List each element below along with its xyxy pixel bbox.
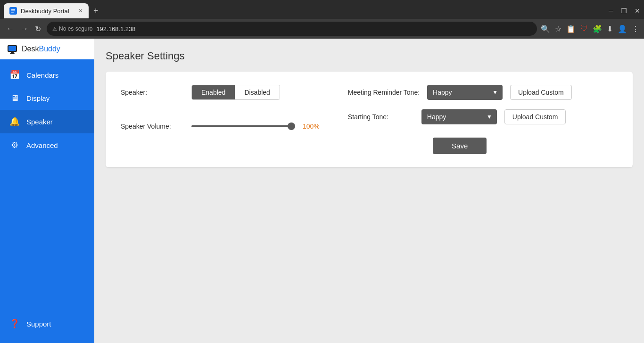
download-icon[interactable]: ⬇: [607, 24, 613, 33]
speaker-toggle-group: Enabled Disabled: [191, 85, 280, 100]
title-bar: Deskbuddy Portal ✕ + ─ ❐ ✕: [0, 0, 644, 19]
starting-tone-row: Starting Tone: Happy Alert Chime Bell Cu…: [348, 109, 572, 124]
logo-icon: [8, 44, 19, 54]
bookmark-icon[interactable]: ☆: [555, 24, 561, 33]
svg-rect-1: [11, 9, 15, 10]
window-controls: ─ ❐ ✕: [609, 7, 640, 15]
meeting-upload-btn[interactable]: Upload Custom: [510, 85, 572, 100]
right-column: Meeting Reminder Tone: Happy Alert Chime…: [348, 85, 572, 154]
nav-items: 📅 Calendars 🖥 Display 🔔 Speaker ⚙ Advanc…: [0, 59, 94, 343]
speaker-row: Speaker: Enabled Disabled: [121, 85, 320, 100]
meeting-tone-select-wrapper: Happy Alert Chime Bell Custom ▼: [427, 85, 503, 100]
left-column: Speaker: Enabled Disabled Speaker Volume…: [121, 85, 320, 154]
save-row: Save: [348, 138, 572, 154]
meeting-reminder-row: Meeting Reminder Tone: Happy Alert Chime…: [348, 85, 572, 100]
address-box[interactable]: ⚠ No es seguro 192.168.1.238: [47, 22, 537, 36]
starting-tone-select-wrapper: Happy Alert Chime Bell Custom ▼: [421, 109, 497, 124]
browser-chrome: Deskbuddy Portal ✕ + ─ ❐ ✕ ← → ↻ ⚠ No es…: [0, 0, 644, 39]
url-text: 192.168.1.238: [96, 25, 135, 33]
menu-icon[interactable]: ⋮: [632, 24, 639, 33]
sidebar-label-advanced: Advanced: [26, 141, 58, 149]
speaker-field-label: Speaker:: [121, 89, 182, 96]
sidebar-item-support[interactable]: ❓ Support: [0, 312, 94, 335]
sidebar-label-speaker: Speaker: [26, 118, 53, 126]
svg-rect-5: [8, 46, 16, 51]
calendar-icon: 📅: [9, 70, 20, 80]
card-inner: Speaker: Enabled Disabled Speaker Volume…: [121, 85, 618, 154]
disabled-btn[interactable]: Disabled: [235, 85, 279, 99]
profile-icon[interactable]: 👤: [618, 24, 627, 33]
toolbar-right: 🔍 ☆ 📋 🛡 🧩 ⬇ 👤 ⋮: [541, 24, 639, 33]
support-icon: ❓: [9, 318, 20, 329]
app-container: DeskBuddy 📅 Calendars 🖥 Display 🔔 Speake…: [0, 39, 644, 343]
meeting-tone-select[interactable]: Happy Alert Chime Bell Custom: [427, 85, 503, 100]
minimize-btn[interactable]: ─: [609, 7, 613, 15]
sidebar-item-display[interactable]: 🖥 Display: [0, 87, 94, 110]
tab-favicon: [9, 7, 17, 15]
zoom-icon[interactable]: 🔍: [541, 24, 550, 33]
logo-buddy: Buddy: [39, 45, 60, 53]
ext2-icon: 🛡: [580, 24, 588, 33]
logo-area: DeskBuddy: [0, 39, 94, 59]
sidebar-item-speaker[interactable]: 🔔 Speaker: [0, 110, 94, 133]
logo-desk: Desk: [22, 45, 39, 53]
svg-rect-2: [11, 11, 15, 12]
nav-bottom: ❓ Support: [0, 312, 94, 343]
starting-tone-label: Starting Tone:: [348, 113, 414, 121]
gear-icon: ⚙: [9, 140, 20, 150]
address-bar-row: ← → ↻ ⚠ No es seguro 192.168.1.238 🔍 ☆ 📋…: [0, 19, 644, 39]
svg-rect-7: [10, 53, 15, 54]
sidebar-label-display: Display: [26, 94, 50, 102]
nav-buttons: ← → ↻: [5, 24, 43, 34]
warning-icon: ⚠: [52, 26, 57, 32]
tab-close-btn[interactable]: ✕: [78, 8, 83, 14]
sidebar-item-calendars[interactable]: 📅 Calendars: [0, 63, 94, 87]
maximize-btn[interactable]: ❐: [621, 7, 627, 15]
speaker-icon: 🔔: [9, 116, 20, 127]
ext1-icon: 📋: [566, 24, 576, 33]
tab-title: Deskbuddy Portal: [21, 8, 69, 15]
starting-tone-select[interactable]: Happy Alert Chime Bell Custom: [421, 109, 497, 124]
ext3-icon: 🧩: [593, 24, 602, 33]
new-tab-btn[interactable]: +: [91, 6, 101, 16]
forward-btn[interactable]: →: [19, 24, 30, 34]
security-badge: ⚠ No es seguro: [52, 25, 92, 32]
volume-controls: 100%: [191, 122, 320, 130]
active-tab[interactable]: Deskbuddy Portal ✕: [4, 3, 89, 18]
save-btn[interactable]: Save: [433, 138, 487, 154]
nav-spacer: [0, 157, 94, 312]
reload-btn[interactable]: ↻: [33, 24, 43, 34]
svg-rect-6: [11, 52, 14, 53]
display-icon: 🖥: [9, 93, 20, 103]
main-content: Speaker Settings Speaker: Enabled Disabl…: [94, 39, 644, 343]
volume-label: Speaker Volume:: [121, 122, 182, 130]
window-close-btn[interactable]: ✕: [635, 7, 640, 15]
sidebar-label-calendars: Calendars: [26, 71, 58, 79]
sidebar: DeskBuddy 📅 Calendars 🖥 Display 🔔 Speake…: [0, 39, 94, 343]
meeting-reminder-label: Meeting Reminder Tone:: [348, 89, 420, 96]
settings-card: Speaker: Enabled Disabled Speaker Volume…: [106, 72, 633, 167]
volume-slider[interactable]: [191, 125, 295, 127]
volume-row: Speaker Volume: 100%: [121, 122, 320, 130]
svg-rect-3: [11, 12, 14, 13]
back-btn[interactable]: ←: [5, 24, 16, 34]
sidebar-label-support: Support: [26, 320, 51, 328]
volume-value: 100%: [303, 122, 320, 130]
security-label: No es seguro: [59, 25, 92, 32]
sidebar-item-advanced[interactable]: ⚙ Advanced: [0, 133, 94, 157]
page-title: Speaker Settings: [106, 50, 633, 62]
tab-bar: Deskbuddy Portal ✕ +: [4, 3, 101, 18]
enabled-btn[interactable]: Enabled: [192, 85, 235, 99]
starting-upload-btn[interactable]: Upload Custom: [504, 109, 566, 124]
